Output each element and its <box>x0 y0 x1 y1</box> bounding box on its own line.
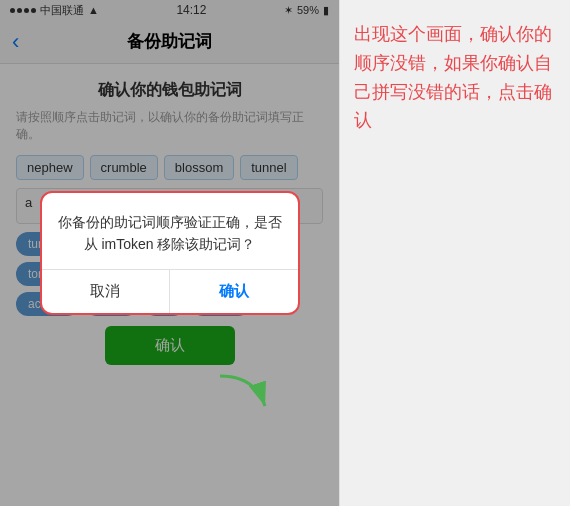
dialog-ok-button[interactable]: 确认 <box>170 270 298 313</box>
dialog-overlay: 你备份的助记词顺序验证正确，是否从 imToken 移除该助记词？ 取消 确认 <box>0 0 339 506</box>
dialog-cancel-button[interactable]: 取消 <box>42 270 171 313</box>
phone-frame: 中国联通 ▲ 14:12 ✶ 59% ▮ ‹ 备份助记词 确认你的钱包助记词 请… <box>0 0 340 506</box>
arrow-icon <box>215 371 275 421</box>
dialog-actions: 取消 确认 <box>42 269 298 313</box>
dialog-message: 你备份的助记词顺序验证正确，是否从 imToken 移除该助记词？ <box>42 193 298 270</box>
dialog-box: 你备份的助记词顺序验证正确，是否从 imToken 移除该助记词？ 取消 确认 <box>40 191 300 316</box>
annotation-text: 出现这个画面，确认你的顺序没错，如果你确认自己拼写没错的话，点击确认 <box>354 20 556 135</box>
annotation-panel: 出现这个画面，确认你的顺序没错，如果你确认自己拼写没错的话，点击确认 <box>340 0 570 506</box>
